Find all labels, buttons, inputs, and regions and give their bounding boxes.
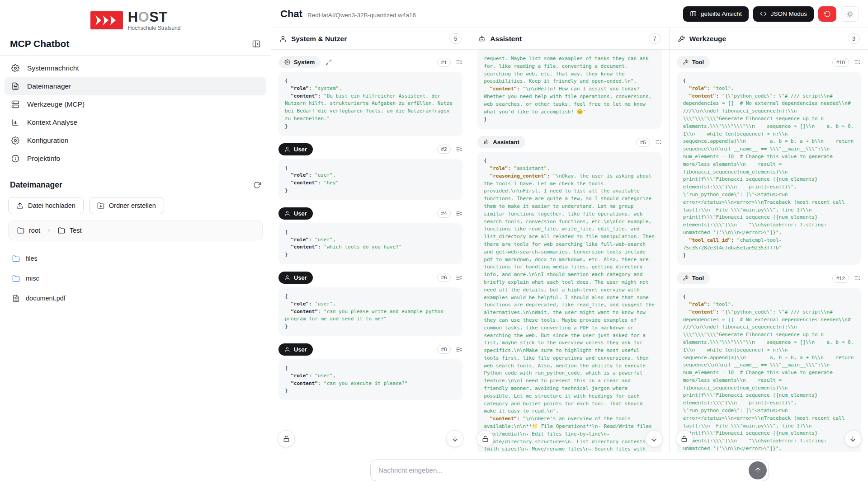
role-pill: Tool [677,272,710,284]
message-count-badge: 5 [449,33,462,44]
refresh-files-button[interactable] [253,181,261,189]
sidebar-item-kontext-analyse[interactable]: Kontext Analyse [5,113,266,131]
role-label: Assistant [493,139,519,145]
model-name: RedHatAI/Qwen3-32B-quantized.w4a16 [307,12,416,19]
breadcrumb-test[interactable]: Test [58,227,82,234]
bot-icon [483,139,489,145]
theme-toggle-button[interactable] [841,6,859,22]
message-id-badge: #8 [437,345,451,354]
scroll-down-button[interactable] [844,430,862,447]
message-id-badge: #6 [437,273,451,282]
wrench-icon [683,59,689,65]
role-pill: Assistant [477,136,525,148]
message-card-2: User#2{ "role": "user", "content": "hey"… [278,143,462,200]
sidebar-item-label: Dateimanager [27,82,71,90]
folder-icon [12,255,20,263]
json-mode-button[interactable]: JSON Modus [753,6,814,22]
message-card-12: Tool#12{ "role": "tool", "content": "{\"… [677,272,861,452]
message-json: { "role": "user", "content": "can you pl… [278,287,462,336]
collapse-sidebar-button[interactable] [252,39,261,48]
sidebar-item-systemnachricht[interactable]: Systemnachricht [5,59,266,77]
card-header: Tool#12 [677,272,861,284]
app-title: MCP Chatbot [10,38,69,49]
column-assistent: Assistent7request. Maybe list some examp… [470,28,669,452]
card-header: User#8 [278,343,462,356]
message-json: { "role": "tool", "content": "{\"python_… [677,72,861,265]
reorder-button[interactable] [456,274,462,281]
message-card-8: User#8{ "role": "user", "content": "can … [278,343,462,400]
file-name: document.pdf [26,295,66,302]
message-list[interactable]: System#1{ "role": "system", "content": "… [271,50,470,452]
role-label: Tool [692,275,704,282]
role-pill: System [278,56,321,68]
columns-icon [690,10,697,17]
folder-icon [12,275,20,282]
reorder-button[interactable] [854,59,861,66]
file-item-misc[interactable]: misc [0,268,271,288]
role-pill: User [278,272,313,284]
message-card-1: System#1{ "role": "system", "content": "… [278,56,462,136]
reset-chat-button[interactable] [818,6,836,22]
logo-text: HOST Hochschule Stralsund [128,10,181,31]
reorder-button[interactable] [456,346,462,353]
card-header: User#6 [278,272,462,284]
lock-scroll-button[interactable] [676,430,693,447]
message-json: { "role": "user", "content": "which tool… [278,223,462,264]
message-id-badge: #12 [832,274,849,283]
user-icon [284,275,290,281]
sidebar-item-projektinfo[interactable]: Projektinfo [5,150,266,168]
sidebar-item-label: Kontext Analyse [27,118,77,127]
column-header: Assistent7 [470,28,669,50]
folder-icon [58,227,65,234]
gear-icon [284,59,290,65]
message-list[interactable]: Tool#10{ "role": "tool", "content": "{\"… [670,50,868,452]
user-icon [284,347,290,352]
reorder-button[interactable] [854,275,861,282]
breadcrumb: root Test [8,221,263,240]
sidebar-item-werkzeuge-mcp[interactable]: Werkzeuge (MCP) [5,95,266,113]
reorder-button[interactable] [456,59,462,66]
message-input[interactable] [370,460,769,481]
column-title: Werkzeuge [689,35,726,43]
message-id-badge: #2 [437,145,451,154]
lock-scroll-button[interactable] [278,430,295,447]
role-label: User [294,274,307,281]
reorder-button[interactable] [655,139,662,145]
file-item-document-pdf[interactable]: document.pdf [0,288,271,308]
split-view-button[interactable]: geteilte Ansicht [683,6,749,22]
gear-icon [11,64,19,72]
panel-collapse-icon [252,39,261,48]
create-folder-button[interactable]: Ordner erstellen [89,197,164,214]
role-label: User [294,146,307,153]
scroll-down-button[interactable] [646,430,663,447]
expand-button[interactable] [326,59,332,66]
reorder-button[interactable] [456,146,462,153]
breadcrumb-root[interactable]: root [17,227,40,234]
host-logo-mark-icon [90,11,123,29]
user-icon [284,211,290,216]
column-title: System & Nutzer [291,35,347,43]
send-button[interactable] [749,461,767,479]
message-id-badge: #5 [636,138,650,147]
message-json: { "role": "user", "content": "can you ex… [278,359,462,400]
message-list[interactable]: request. Maybe list some examples of tas… [470,50,669,452]
role-pill: User [278,207,313,220]
role-label: User [294,346,307,353]
sidebar-item-konfiguration[interactable]: Konfiguration [5,131,266,150]
message-json: { "role": "assistant", "reasoning_conten… [477,152,661,452]
message-count-badge: 3 [848,33,860,44]
header-actions: geteilte Ansicht JSON Modus [683,6,859,22]
column-system-nutzer: System & Nutzer5System#1{ "role": "syste… [271,28,470,452]
host-logo: HOST Hochschule Stralsund [0,0,271,32]
message-card-4: User#4{ "role": "user", "content": "whic… [278,207,462,264]
upload-file-button[interactable]: Datei hochladen [8,197,84,214]
bar-chart-icon [11,118,19,127]
message-card-partial: request. Maybe list some examples of tas… [477,56,661,129]
role-label: Tool [692,59,704,66]
reorder-button[interactable] [456,210,462,217]
sidebar-item-label: Werkzeuge (MCP) [27,100,85,108]
sidebar-item-dateimanager[interactable]: Dateimanager [5,77,266,95]
file-item-files[interactable]: files [0,249,271,268]
file-name: files [26,255,38,262]
chat-header: Chat RedHatAI/Qwen3-32B-quantized.w4a16 … [271,0,868,28]
